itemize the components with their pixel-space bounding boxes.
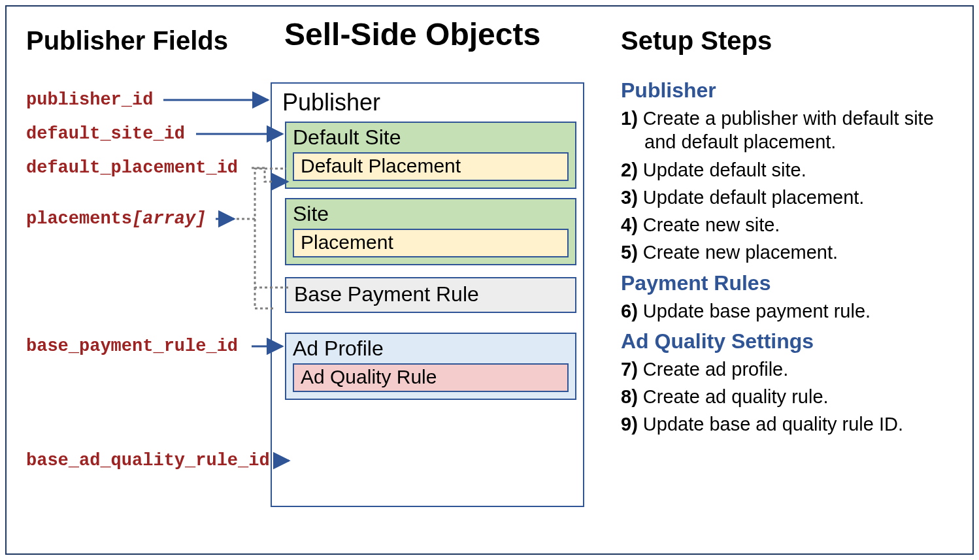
default-site-label: Default Site: [293, 125, 569, 150]
step-2: 2) Update default site.: [621, 158, 961, 182]
step-8: 8) Create ad quality rule.: [621, 385, 961, 408]
step-1-text: Create a publisher with default site and…: [638, 108, 934, 152]
step-7: 7) Create ad profile.: [621, 357, 961, 381]
step-3-num: 3): [621, 187, 638, 208]
step-2-text: Update default site.: [638, 159, 806, 180]
field-default-site-id: default_site_id: [26, 124, 185, 144]
step-5: 5) Create new placement.: [621, 240, 961, 264]
step-8-text: Create ad quality rule.: [638, 386, 829, 407]
step-9-text: Update base ad quality rule ID.: [638, 414, 903, 435]
ad-profile-box: Ad Profile Ad Quality Rule: [285, 333, 576, 400]
field-placements-array-suffix: [array]: [132, 209, 206, 229]
site-label: Site: [293, 202, 569, 226]
setup-steps-title: Setup Steps: [621, 26, 772, 56]
field-base-ad-quality-rule-id: base_ad_quality_rule_id: [26, 451, 270, 470]
field-placements-array-name: placements: [26, 209, 132, 229]
publisher-box: Publisher Default Site Default Placement…: [271, 82, 584, 507]
field-placements-array: placements[array]: [26, 209, 206, 229]
step-6-num: 6): [621, 301, 638, 321]
step-6-text: Update base payment rule.: [638, 301, 871, 321]
ad-profile-label: Ad Profile: [293, 337, 569, 361]
default-site-box: Default Site Default Placement: [285, 122, 576, 189]
field-default-placement-id: default_placement_id: [26, 158, 238, 178]
step-3-text: Update default placement.: [638, 187, 865, 208]
diagram-container: Publisher Fields Sell-Side Objects Setup…: [5, 5, 974, 555]
step-9: 9) Update base ad quality rule ID.: [621, 412, 961, 436]
step-9-num: 9): [621, 414, 638, 435]
section-payment-rules: Payment Rules: [621, 271, 961, 295]
field-base-payment-rule-id: base_payment_rule_id: [26, 337, 238, 356]
step-5-text: Create new placement.: [638, 242, 838, 263]
site-box: Site Placement: [285, 198, 576, 265]
step-1: 1) Create a publisher with default site …: [621, 107, 961, 154]
field-publisher-id: publisher_id: [26, 90, 153, 110]
step-8-num: 8): [621, 386, 638, 407]
step-2-num: 2): [621, 159, 638, 180]
step-1-num: 1): [621, 108, 638, 129]
step-3: 3) Update default placement.: [621, 186, 961, 209]
step-6: 6) Update base payment rule.: [621, 299, 961, 323]
sell-side-objects-title: Sell-Side Objects: [284, 16, 540, 52]
default-placement-box: Default Placement: [293, 152, 569, 181]
publisher-label: Publisher: [278, 89, 576, 116]
step-7-num: 7): [621, 359, 638, 380]
step-4-num: 4): [621, 214, 638, 235]
publisher-fields-title: Publisher Fields: [26, 26, 228, 56]
step-4: 4) Create new site.: [621, 213, 961, 237]
base-payment-rule-box: Base Payment Rule: [285, 277, 576, 313]
setup-steps-list: Publisher 1) Create a publisher with def…: [621, 72, 961, 440]
step-7-text: Create ad profile.: [638, 359, 789, 380]
step-5-num: 5): [621, 242, 638, 263]
ad-quality-rule-box: Ad Quality Rule: [293, 363, 569, 392]
section-publisher: Publisher: [621, 78, 961, 103]
step-4-text: Create new site.: [638, 214, 780, 235]
section-ad-quality: Ad Quality Settings: [621, 329, 961, 354]
placement-box: Placement: [293, 229, 569, 257]
